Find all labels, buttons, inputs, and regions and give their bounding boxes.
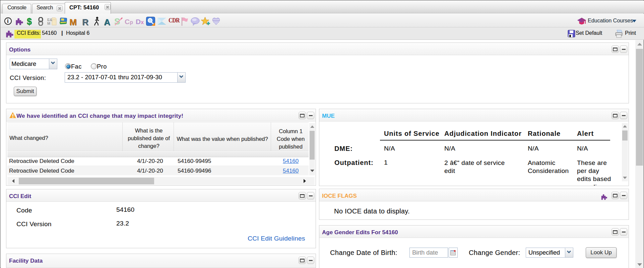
- svg-text:M: M: [47, 21, 50, 25]
